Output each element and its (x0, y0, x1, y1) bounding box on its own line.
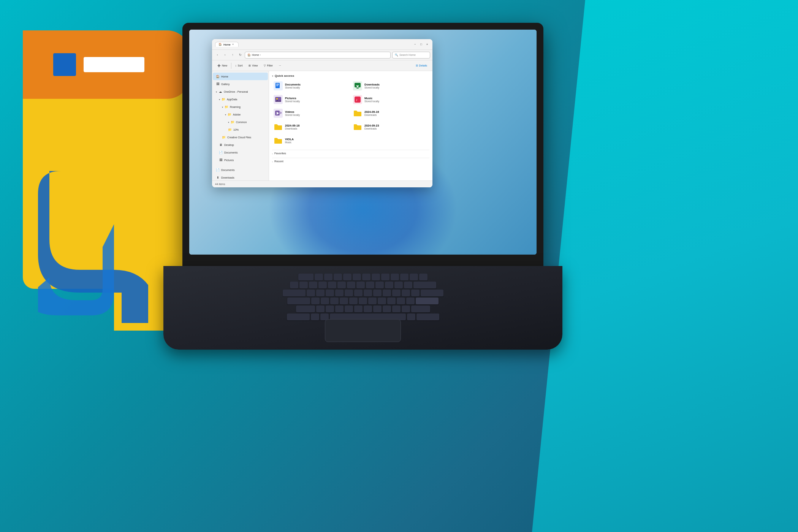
sidebar-item-pictures[interactable]: 🖼 Pictures (213, 156, 268, 164)
sidebar-pinned-downloads[interactable]: ⬇ Downloads (213, 174, 268, 180)
key-caps (287, 298, 310, 304)
maximize-button[interactable]: □ (419, 42, 423, 47)
quick-access-header[interactable]: ▾ Quick access (272, 74, 429, 78)
sidebar-item-documents[interactable]: 📄 Documents (213, 149, 268, 156)
key-f11 (410, 274, 418, 280)
key-p (392, 290, 401, 296)
home-icon: 🏠 (216, 74, 220, 78)
svg-rect-2 (276, 85, 279, 86)
favorites-section[interactable]: › Favorites (272, 150, 429, 156)
creative-cloud-icon: 📁 (222, 135, 226, 139)
sidebar-item-creative-cloud[interactable]: 📁 Creative Cloud Files (213, 133, 268, 141)
filter-button[interactable]: ▽ Filter (261, 62, 275, 70)
new-button[interactable]: ➕ New (215, 62, 230, 70)
sidebar-item-appdata[interactable]: ▾ 📁 AppData (213, 95, 268, 103)
details-icon: ☰ (416, 64, 418, 67)
laptop-screen: 🏠 Home × − □ × ‹ › ↑ (189, 30, 537, 255)
key-1 (299, 282, 308, 288)
onedrive-icon: ☁ (218, 90, 222, 93)
key-backslash (421, 290, 443, 296)
key-c (335, 306, 344, 312)
tab-home-label: Home (223, 43, 231, 46)
documents-info: Documents Stored locally (285, 83, 301, 89)
chevron-down-icon-3: ▾ (225, 113, 226, 116)
refresh-button[interactable]: ↻ (237, 52, 243, 58)
details-button[interactable]: ☰ Details (413, 63, 429, 68)
forward-button[interactable]: › (222, 52, 228, 58)
window-controls: − □ × (413, 42, 429, 47)
touchpad[interactable] (325, 319, 401, 342)
address-input[interactable]: 🏠 Home › (245, 52, 391, 59)
svg-rect-3 (276, 86, 278, 86)
key-f8 (381, 274, 390, 280)
key-lbracket (402, 290, 410, 296)
view-icon: ⊞ (249, 64, 251, 67)
folder-2024-09-16-icon (353, 109, 362, 118)
file-item-documents[interactable]: Documents Stored locally (272, 80, 350, 92)
folder-icon: 📁 (222, 97, 225, 101)
recent-section[interactable]: › Recent (272, 158, 429, 164)
file-item-downloads[interactable]: Downloads Stored locally (352, 80, 429, 92)
key-semicolon (397, 298, 405, 304)
file-item-videos[interactable]: Videos Stored locally (272, 107, 350, 119)
file-item-viola[interactable]: VIOLA Music (272, 135, 350, 147)
videos-info: Videos Stored locally (285, 110, 300, 116)
adobe-folder-icon: 📁 (228, 112, 231, 116)
keyboard-row-2 (194, 282, 532, 288)
key-tab (283, 290, 306, 296)
file-item-music[interactable]: ♪ Music Stored locally (352, 93, 429, 106)
tab-close-btn[interactable]: × (232, 43, 235, 46)
more-button[interactable]: ··· (277, 62, 283, 70)
key-period (392, 306, 401, 312)
search-box[interactable]: 🔍 Search Home (392, 52, 430, 59)
title-bar: 🏠 Home × − □ × (212, 39, 432, 50)
file-item-2024-09-18[interactable]: 2024-09-18 Downloads (272, 121, 350, 133)
key-f6 (362, 274, 370, 280)
sidebar-item-home[interactable]: 🏠 Home (213, 73, 268, 80)
key-2 (309, 282, 317, 288)
sidebar-item-gallery[interactable]: 🖼 Gallery (213, 80, 268, 88)
key-rshift (411, 306, 430, 312)
key-f3 (334, 274, 342, 280)
key-3 (318, 282, 327, 288)
key-enter (416, 298, 439, 304)
back-button[interactable]: ‹ (214, 52, 220, 58)
key-y (354, 290, 363, 296)
key-f2 (324, 274, 332, 280)
close-button[interactable]: × (425, 42, 429, 47)
svg-text:♪: ♪ (356, 98, 358, 102)
file-item-2024-09-16[interactable]: 2024-09-16 Downloads (352, 107, 429, 119)
sidebar-item-common[interactable]: ▾ 📁 Common (213, 118, 268, 126)
sidebar-item-10[interactable]: 📁 10% (213, 126, 268, 133)
sidebar-item-adobe[interactable]: ▾ 📁 Adobe (213, 111, 268, 118)
minimize-button[interactable]: − (413, 42, 417, 47)
laptop-keyboard (163, 266, 562, 350)
key-7 (356, 282, 365, 288)
sidebar-pinned-documents[interactable]: 📄 Documents (213, 166, 268, 174)
filter-icon: ▽ (264, 64, 266, 67)
file-item-pictures[interactable]: Pictures Stored locally (272, 93, 350, 106)
laptop-bezel: 🏠 Home × − □ × ‹ › ↑ (182, 23, 543, 266)
sidebar-item-onedrive[interactable]: ▾ ☁ OneDrive - Personal (213, 88, 268, 95)
blue-square-icon (53, 53, 76, 76)
key-ctrl-l (287, 314, 310, 320)
sidebar: 🏠 Home 🖼 Gallery ▾ ☁ OneDrive - Personal (212, 71, 269, 180)
view-button[interactable]: ⊞ View (246, 62, 260, 70)
explorer-body: 🏠 Home 🖼 Gallery ▾ ☁ OneDrive - Personal (212, 71, 432, 180)
file-item-2024-09-23[interactable]: 2024-09-23 Downloads (352, 121, 429, 133)
keyboard-area (194, 274, 532, 327)
file-explorer-window[interactable]: 🏠 Home × − □ × ‹ › ↑ (212, 39, 432, 187)
up-button[interactable]: ↑ (230, 52, 236, 58)
chevron-down-icon: ▾ (216, 90, 217, 93)
toolbar: ➕ New ↕ Sort ⊞ View ▽ Filter (212, 60, 432, 71)
tab-home[interactable]: 🏠 Home × (215, 42, 239, 47)
key-4 (328, 282, 336, 288)
sort-button[interactable]: ↕ Sort (233, 62, 245, 70)
sidebar-item-desktop[interactable]: 🖥 Desktop (213, 141, 268, 149)
folder-viola-info: VIOLA Music (285, 138, 294, 144)
blue-p-icon (38, 171, 171, 323)
sidebar-item-roaming[interactable]: ▾ 📁 Roaming (213, 103, 268, 111)
key-alt-r (407, 314, 415, 320)
folder-2024-09-23-icon (353, 122, 362, 131)
key-f9 (391, 274, 399, 280)
